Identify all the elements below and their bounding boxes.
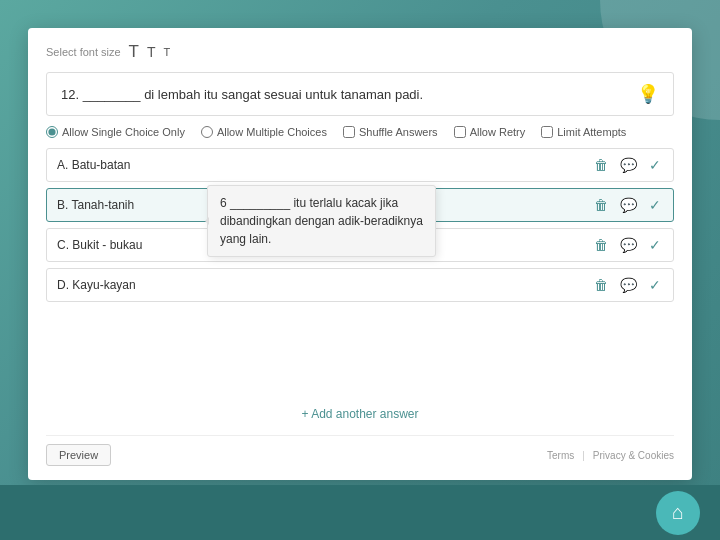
answer-tooltip: 6 _________ itu terlalu kacak jika diban… <box>207 185 436 257</box>
allow-multiple-choice-label: Allow Multiple Choices <box>217 126 327 138</box>
answer-row-b: B. Tanah-tanih 🗑 💬 ✓ 6 _________ itu ter… <box>46 188 674 222</box>
allow-retry-option[interactable]: Allow Retry <box>454 126 526 138</box>
allow-multiple-choice-radio[interactable] <box>201 126 213 138</box>
home-button[interactable]: ⌂ <box>656 491 700 535</box>
comment-icon-a[interactable]: 💬 <box>618 155 639 175</box>
allow-multiple-choice-option[interactable]: Allow Multiple Choices <box>201 126 327 138</box>
bottom-bar: ⌂ <box>0 485 720 540</box>
font-size-row: Select font size T T T <box>46 42 674 62</box>
answer-label-d: D. Kayu-kayan <box>57 278 147 292</box>
answer-label-a: A. Batu-batan <box>57 158 147 172</box>
add-answer-row: + Add another answer <box>46 403 674 425</box>
limit-attempts-checkbox[interactable] <box>541 126 553 138</box>
question-text: 12. ________ di lembah itu sangat sesuai… <box>61 87 627 102</box>
check-icon-c[interactable]: ✓ <box>647 235 663 255</box>
limit-attempts-label: Limit Attempts <box>557 126 626 138</box>
terms-link[interactable]: Terms <box>547 450 574 461</box>
check-icon-d[interactable]: ✓ <box>647 275 663 295</box>
shuffle-answers-label: Shuffle Answers <box>359 126 438 138</box>
delete-icon-c[interactable]: 🗑 <box>592 235 610 255</box>
hint-icon[interactable]: 💡 <box>637 83 659 105</box>
tooltip-line1: 6 _________ itu terlalu kacak jika <box>220 196 398 210</box>
allow-single-choice-radio[interactable] <box>46 126 58 138</box>
preview-button[interactable]: Preview <box>46 444 111 466</box>
home-icon: ⌂ <box>672 501 684 524</box>
question-box: 12. ________ di lembah itu sangat sesuai… <box>46 72 674 116</box>
privacy-link[interactable]: Privacy & Cookies <box>593 450 674 461</box>
font-size-medium[interactable]: T <box>147 44 156 60</box>
answer-actions-b: 🗑 💬 ✓ <box>592 195 663 215</box>
footer-separator: | <box>582 450 585 461</box>
allow-retry-checkbox[interactable] <box>454 126 466 138</box>
footer-row: Preview Terms | Privacy & Cookies <box>46 435 674 466</box>
allow-single-choice-label: Allow Single Choice Only <box>62 126 185 138</box>
check-icon-b[interactable]: ✓ <box>647 195 663 215</box>
main-card: Select font size T T T 12. ________ di l… <box>28 28 692 480</box>
check-icon-a[interactable]: ✓ <box>647 155 663 175</box>
shuffle-answers-option[interactable]: Shuffle Answers <box>343 126 438 138</box>
answer-actions-c: 🗑 💬 ✓ <box>592 235 663 255</box>
font-size-label: Select font size <box>46 46 121 58</box>
answers-section: A. Batu-batan 🗑 💬 ✓ B. Tanah-tanih 🗑 💬 ✓… <box>46 148 674 399</box>
options-row: Allow Single Choice Only Allow Multiple … <box>46 126 674 138</box>
comment-icon-d[interactable]: 💬 <box>618 275 639 295</box>
delete-icon-b[interactable]: 🗑 <box>592 195 610 215</box>
shuffle-answers-checkbox[interactable] <box>343 126 355 138</box>
font-size-small[interactable]: T <box>164 46 171 58</box>
allow-retry-label: Allow Retry <box>470 126 526 138</box>
add-answer-button[interactable]: + Add another answer <box>293 403 426 425</box>
answer-actions-d: 🗑 💬 ✓ <box>592 275 663 295</box>
limit-attempts-option[interactable]: Limit Attempts <box>541 126 626 138</box>
tooltip-line3: yang lain. <box>220 232 271 246</box>
answer-label-c: C. Bukit - bukau <box>57 238 147 252</box>
answer-row-a: A. Batu-batan 🗑 💬 ✓ <box>46 148 674 182</box>
allow-single-choice-option[interactable]: Allow Single Choice Only <box>46 126 185 138</box>
answer-actions-a: 🗑 💬 ✓ <box>592 155 663 175</box>
delete-icon-d[interactable]: 🗑 <box>592 275 610 295</box>
tooltip-line2: dibandingkan dengan adik-beradiknya <box>220 214 423 228</box>
font-size-large[interactable]: T <box>129 42 139 62</box>
answer-label-b: B. Tanah-tanih <box>57 198 147 212</box>
comment-icon-b[interactable]: 💬 <box>618 195 639 215</box>
answer-row-d: D. Kayu-kayan 🗑 💬 ✓ <box>46 268 674 302</box>
footer-links: Terms | Privacy & Cookies <box>547 450 674 461</box>
delete-icon-a[interactable]: 🗑 <box>592 155 610 175</box>
comment-icon-c[interactable]: 💬 <box>618 235 639 255</box>
